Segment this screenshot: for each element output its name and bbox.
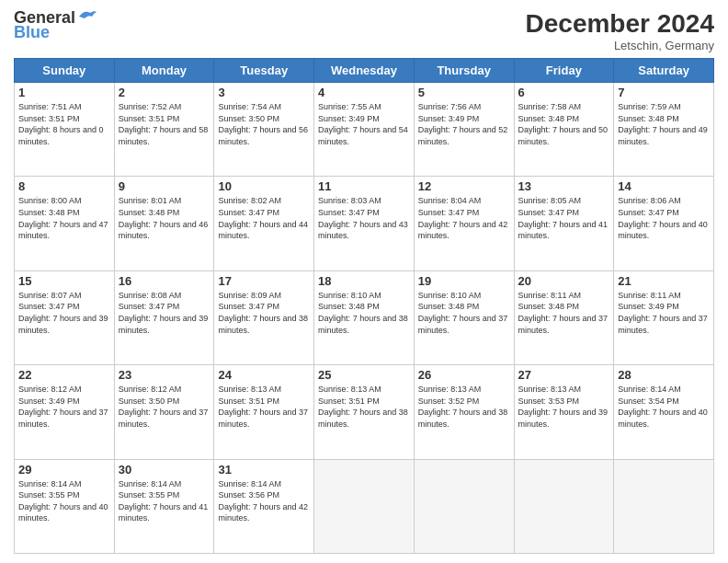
calendar-cell: 30 Sunrise: 8:14 AMSunset: 3:55 PMDaylig… bbox=[114, 459, 214, 553]
day-number: 21 bbox=[618, 274, 710, 288]
page: General Blue December 2024 Letschin, Ger… bbox=[0, 0, 728, 563]
calendar-cell: 18 Sunrise: 8:10 AMSunset: 3:48 PMDaylig… bbox=[314, 270, 415, 364]
calendar-cell: 14 Sunrise: 8:06 AMSunset: 3:47 PMDaylig… bbox=[614, 177, 714, 270]
cell-info: Sunrise: 7:54 AMSunset: 3:50 PMDaylight:… bbox=[218, 102, 308, 146]
calendar-cell: 15 Sunrise: 8:07 AMSunset: 3:47 PMDaylig… bbox=[15, 270, 115, 364]
day-number: 16 bbox=[119, 274, 210, 288]
calendar-cell: 26 Sunrise: 8:13 AMSunset: 3:52 PMDaylig… bbox=[414, 365, 514, 459]
location: Letschin, Germany bbox=[526, 39, 714, 52]
calendar-cell: 11 Sunrise: 8:03 AMSunset: 3:47 PMDaylig… bbox=[314, 177, 415, 270]
day-number: 2 bbox=[119, 86, 210, 99]
cell-info: Sunrise: 8:12 AMSunset: 3:50 PMDaylight:… bbox=[119, 385, 209, 429]
calendar-cell: 25 Sunrise: 8:13 AMSunset: 3:51 PMDaylig… bbox=[314, 365, 415, 459]
cell-info: Sunrise: 8:13 AMSunset: 3:52 PMDaylight:… bbox=[418, 385, 508, 429]
cell-info: Sunrise: 7:51 AMSunset: 3:51 PMDaylight:… bbox=[18, 102, 104, 146]
day-number: 5 bbox=[418, 86, 510, 99]
cell-info: Sunrise: 7:58 AMSunset: 3:48 PMDaylight:… bbox=[518, 102, 609, 146]
calendar-body: 1 Sunrise: 7:51 AMSunset: 3:51 PMDayligh… bbox=[15, 83, 714, 554]
cell-info: Sunrise: 8:06 AMSunset: 3:47 PMDaylight:… bbox=[618, 196, 708, 240]
calendar-cell: 19 Sunrise: 8:10 AMSunset: 3:48 PMDaylig… bbox=[414, 270, 514, 364]
calendar-cell bbox=[414, 459, 514, 553]
day-number: 9 bbox=[119, 179, 210, 193]
dow-header-thursday: Thursday bbox=[414, 59, 514, 83]
day-number: 17 bbox=[218, 274, 310, 288]
calendar-cell: 5 Sunrise: 7:56 AMSunset: 3:49 PMDayligh… bbox=[414, 83, 514, 177]
cell-info: Sunrise: 8:14 AMSunset: 3:54 PMDaylight:… bbox=[618, 385, 708, 429]
calendar-cell: 9 Sunrise: 8:01 AMSunset: 3:48 PMDayligh… bbox=[114, 177, 214, 270]
day-number: 27 bbox=[518, 368, 610, 382]
cell-info: Sunrise: 8:13 AMSunset: 3:51 PMDaylight:… bbox=[218, 385, 308, 429]
week-row-2: 8 Sunrise: 8:00 AMSunset: 3:48 PMDayligh… bbox=[15, 177, 714, 270]
day-number: 25 bbox=[318, 368, 410, 382]
dow-header-saturday: Saturday bbox=[614, 59, 714, 83]
calendar-cell: 6 Sunrise: 7:58 AMSunset: 3:48 PMDayligh… bbox=[514, 83, 614, 177]
calendar-cell: 28 Sunrise: 8:14 AMSunset: 3:54 PMDaylig… bbox=[614, 365, 714, 459]
cell-info: Sunrise: 8:13 AMSunset: 3:53 PMDaylight:… bbox=[518, 385, 609, 429]
day-number: 31 bbox=[218, 463, 310, 477]
cell-info: Sunrise: 8:02 AMSunset: 3:47 PMDaylight:… bbox=[218, 196, 308, 240]
calendar-cell: 27 Sunrise: 8:13 AMSunset: 3:53 PMDaylig… bbox=[514, 365, 614, 459]
day-number: 20 bbox=[518, 274, 610, 288]
calendar-cell: 1 Sunrise: 7:51 AMSunset: 3:51 PMDayligh… bbox=[15, 83, 115, 177]
cell-info: Sunrise: 8:14 AMSunset: 3:55 PMDaylight:… bbox=[119, 479, 209, 523]
dow-header-monday: Monday bbox=[114, 59, 214, 83]
day-number: 10 bbox=[218, 179, 310, 193]
calendar-cell: 8 Sunrise: 8:00 AMSunset: 3:48 PMDayligh… bbox=[15, 177, 115, 270]
day-number: 3 bbox=[218, 86, 310, 99]
day-number: 28 bbox=[618, 368, 710, 382]
month-title: December 2024 bbox=[526, 9, 714, 39]
calendar-cell: 12 Sunrise: 8:04 AMSunset: 3:47 PMDaylig… bbox=[414, 177, 514, 270]
dow-header-wednesday: Wednesday bbox=[314, 59, 415, 83]
cell-info: Sunrise: 8:11 AMSunset: 3:49 PMDaylight:… bbox=[618, 291, 708, 335]
day-number: 11 bbox=[318, 179, 410, 193]
cell-info: Sunrise: 8:12 AMSunset: 3:49 PMDaylight:… bbox=[18, 385, 108, 429]
calendar-cell: 2 Sunrise: 7:52 AMSunset: 3:51 PMDayligh… bbox=[114, 83, 214, 177]
cell-info: Sunrise: 8:09 AMSunset: 3:47 PMDaylight:… bbox=[218, 291, 308, 335]
calendar-cell bbox=[314, 459, 415, 553]
cell-info: Sunrise: 8:01 AMSunset: 3:48 PMDaylight:… bbox=[119, 196, 209, 240]
calendar-cell: 4 Sunrise: 7:55 AMSunset: 3:49 PMDayligh… bbox=[314, 83, 415, 177]
day-number: 4 bbox=[318, 86, 410, 99]
cell-info: Sunrise: 7:59 AMSunset: 3:48 PMDaylight:… bbox=[618, 102, 708, 146]
cell-info: Sunrise: 8:00 AMSunset: 3:48 PMDaylight:… bbox=[18, 196, 108, 240]
cell-info: Sunrise: 8:10 AMSunset: 3:48 PMDaylight:… bbox=[418, 291, 508, 335]
calendar-cell: 7 Sunrise: 7:59 AMSunset: 3:48 PMDayligh… bbox=[614, 83, 714, 177]
calendar-cell: 23 Sunrise: 8:12 AMSunset: 3:50 PMDaylig… bbox=[114, 365, 214, 459]
header: General Blue December 2024 Letschin, Ger… bbox=[14, 9, 714, 52]
calendar-cell: 17 Sunrise: 8:09 AMSunset: 3:47 PMDaylig… bbox=[214, 270, 314, 364]
calendar-cell: 21 Sunrise: 8:11 AMSunset: 3:49 PMDaylig… bbox=[614, 270, 714, 364]
calendar-cell: 16 Sunrise: 8:08 AMSunset: 3:47 PMDaylig… bbox=[114, 270, 214, 364]
day-number: 14 bbox=[618, 179, 710, 193]
week-row-3: 15 Sunrise: 8:07 AMSunset: 3:47 PMDaylig… bbox=[15, 270, 714, 364]
day-number: 26 bbox=[418, 368, 510, 382]
cell-info: Sunrise: 8:11 AMSunset: 3:48 PMDaylight:… bbox=[518, 291, 609, 335]
week-row-1: 1 Sunrise: 7:51 AMSunset: 3:51 PMDayligh… bbox=[15, 83, 714, 177]
cell-info: Sunrise: 8:03 AMSunset: 3:47 PMDaylight:… bbox=[318, 196, 408, 240]
day-number: 6 bbox=[518, 86, 610, 99]
cell-info: Sunrise: 8:14 AMSunset: 3:56 PMDaylight:… bbox=[218, 479, 308, 523]
day-number: 13 bbox=[518, 179, 610, 193]
calendar-cell: 10 Sunrise: 8:02 AMSunset: 3:47 PMDaylig… bbox=[214, 177, 314, 270]
cell-info: Sunrise: 8:08 AMSunset: 3:47 PMDaylight:… bbox=[119, 291, 209, 335]
calendar-cell bbox=[614, 459, 714, 553]
cell-info: Sunrise: 7:56 AMSunset: 3:49 PMDaylight:… bbox=[418, 102, 508, 146]
dow-header-sunday: Sunday bbox=[15, 59, 115, 83]
cell-info: Sunrise: 8:14 AMSunset: 3:55 PMDaylight:… bbox=[18, 479, 108, 523]
logo-blue-text: Blue bbox=[14, 24, 50, 40]
calendar-cell bbox=[514, 459, 614, 553]
day-number: 30 bbox=[119, 463, 210, 477]
day-number: 15 bbox=[18, 274, 110, 288]
day-number: 19 bbox=[418, 274, 510, 288]
week-row-4: 22 Sunrise: 8:12 AMSunset: 3:49 PMDaylig… bbox=[15, 365, 714, 459]
calendar-cell: 3 Sunrise: 7:54 AMSunset: 3:50 PMDayligh… bbox=[214, 83, 314, 177]
week-row-5: 29 Sunrise: 8:14 AMSunset: 3:55 PMDaylig… bbox=[15, 459, 714, 553]
cell-info: Sunrise: 8:13 AMSunset: 3:51 PMDaylight:… bbox=[318, 385, 408, 429]
cell-info: Sunrise: 8:10 AMSunset: 3:48 PMDaylight:… bbox=[318, 291, 408, 335]
day-number: 23 bbox=[119, 368, 210, 382]
cell-info: Sunrise: 8:05 AMSunset: 3:47 PMDaylight:… bbox=[518, 196, 609, 240]
day-number: 18 bbox=[318, 274, 410, 288]
calendar-cell: 24 Sunrise: 8:13 AMSunset: 3:51 PMDaylig… bbox=[214, 365, 314, 459]
logo: General Blue bbox=[14, 9, 97, 40]
cell-info: Sunrise: 7:52 AMSunset: 3:51 PMDaylight:… bbox=[119, 102, 209, 146]
dow-header-friday: Friday bbox=[514, 59, 614, 83]
